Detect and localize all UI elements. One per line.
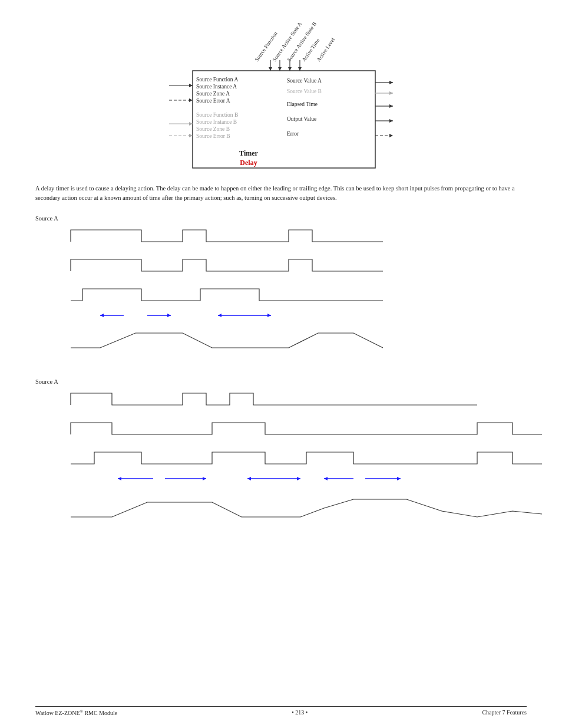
label-output: Output Value xyxy=(287,116,316,122)
label-delay: Delay xyxy=(240,159,257,167)
svg-marker-12 xyxy=(189,98,193,102)
svg-marker-14 xyxy=(189,122,193,126)
block-diagram: Source Active State A Source Active Stat… xyxy=(116,18,446,177)
svg-marker-18 xyxy=(389,81,393,84)
svg-marker-44 xyxy=(324,477,328,480)
label-zone-a: Source Zone A xyxy=(196,91,230,97)
svg-marker-42 xyxy=(297,477,300,480)
svg-marker-30 xyxy=(167,314,171,317)
footer-center: • 213 • xyxy=(292,709,308,716)
footer-right: Chapter 7 Features xyxy=(482,709,527,716)
label-error-a: Source Error A xyxy=(196,98,230,104)
label-inst-b: Source Instance B xyxy=(196,119,237,125)
waveform-svg-1 xyxy=(65,224,507,360)
label-zone-b: Source Zone B xyxy=(196,126,230,132)
svg-marker-1 xyxy=(269,67,272,71)
svg-marker-36 xyxy=(118,477,121,480)
label-elapsed: Elapsed Time xyxy=(287,101,318,107)
source-label-1: Source A xyxy=(35,215,527,222)
label-value-a: Source Value A xyxy=(287,78,322,84)
footer-left: Watlow EZ-ZONE® RMC Module xyxy=(35,709,117,716)
label-inst-a: Source Instance A xyxy=(196,84,237,90)
svg-marker-10 xyxy=(189,84,193,87)
svg-marker-7 xyxy=(298,67,302,71)
svg-marker-28 xyxy=(100,314,104,317)
label-error-out: Error xyxy=(287,131,299,137)
svg-marker-26 xyxy=(389,134,393,137)
svg-marker-20 xyxy=(389,91,393,95)
svg-marker-3 xyxy=(278,67,282,71)
waveform-section-1: Source A xyxy=(35,215,527,361)
svg-marker-32 xyxy=(218,314,222,317)
source-label-2: Source A xyxy=(35,378,527,385)
waveform-svg-2 xyxy=(65,387,548,535)
footer: Watlow EZ-ZONE® RMC Module • 213 • Chapt… xyxy=(35,706,527,716)
waveform-container-2 xyxy=(65,387,527,536)
svg-marker-5 xyxy=(288,67,292,71)
label-func-a: Source Function A xyxy=(196,77,238,83)
svg-marker-16 xyxy=(189,134,193,137)
svg-marker-22 xyxy=(389,104,393,108)
label-timer: Timer xyxy=(239,149,258,157)
svg-marker-46 xyxy=(397,477,401,480)
label-value-b: Source Value B xyxy=(287,88,322,94)
svg-marker-24 xyxy=(389,119,393,123)
label-func-b: Source Function B xyxy=(196,112,238,118)
svg-marker-34 xyxy=(267,314,271,317)
svg-marker-40 xyxy=(247,477,251,480)
diagram-svg: Source Active State A Source Active Stat… xyxy=(116,18,446,177)
waveform-section-2: Source A xyxy=(35,378,527,536)
svg-marker-38 xyxy=(203,477,206,480)
block-diagram-area: Source Active State A Source Active Stat… xyxy=(35,18,527,177)
description-text: A delay timer is used to cause a delayin… xyxy=(35,184,527,203)
waveform-container-1 xyxy=(65,224,527,361)
label-error-b: Source Error B xyxy=(196,133,230,139)
